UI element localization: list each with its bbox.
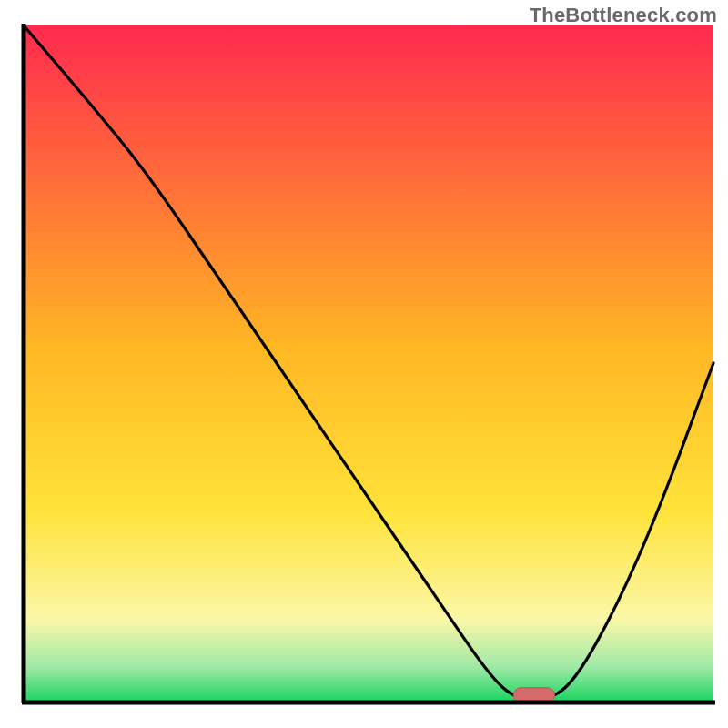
- plot-background: [24, 25, 713, 701]
- chart-stage: TheBottleneck.com: [0, 0, 728, 728]
- watermark-text: TheBottleneck.com: [530, 4, 717, 27]
- chart-svg: [0, 0, 728, 728]
